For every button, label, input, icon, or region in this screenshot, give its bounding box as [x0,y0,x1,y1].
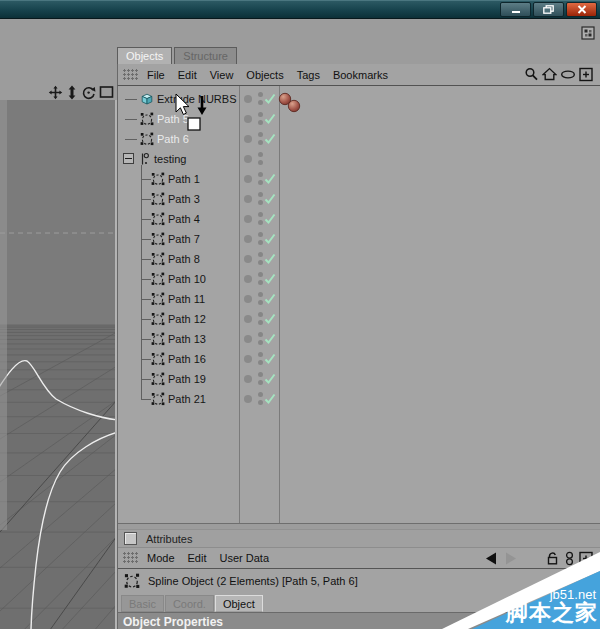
tree-row-testing[interactable]: testing [118,149,600,169]
tree-row-path-16[interactable]: Path 16 [118,349,600,369]
restore-button[interactable] [533,2,564,17]
activation-dot[interactable] [244,175,252,183]
viewport-canvas[interactable] [0,100,117,629]
tab-objects[interactable]: Objects [117,47,172,64]
object-name[interactable]: Path 19 [168,373,206,385]
object-name[interactable]: Path 7 [168,233,200,245]
object-name[interactable]: Path 5 [157,113,189,125]
activation-dot[interactable] [244,135,252,143]
enabled-checkmark-icon[interactable] [264,93,276,105]
activation-dot[interactable] [244,275,252,283]
object-name[interactable]: Path 4 [168,213,200,225]
editor-visibility-dot[interactable] [258,132,263,137]
enabled-checkmark-icon[interactable] [264,353,276,365]
activation-dot[interactable] [244,235,252,243]
grip-handle-icon[interactable] [123,69,139,81]
search-icon[interactable] [524,67,539,82]
tree-row-path-6[interactable]: Path 6 [118,129,600,149]
menu-item-edit[interactable]: Edit [188,552,207,564]
menu-item-mode[interactable]: Mode [147,552,175,564]
enabled-checkmark-icon[interactable] [264,213,276,225]
render-visibility-dot[interactable] [258,360,263,365]
activation-dot[interactable] [244,335,252,343]
object-name[interactable]: Path 21 [168,393,206,405]
enabled-checkmark-icon[interactable] [264,253,276,265]
object-name[interactable]: Path 16 [168,353,206,365]
activation-dot[interactable] [244,375,252,383]
menu-item-objects[interactable]: Objects [246,69,283,81]
close-button[interactable] [566,2,597,17]
render-visibility-dot[interactable] [258,400,263,405]
tree-row-path-11[interactable]: Path 11 [118,289,600,309]
viewport-panel[interactable] [0,83,117,629]
enabled-checkmark-icon[interactable] [264,393,276,405]
tree-row-path-12[interactable]: Path 12 [118,309,600,329]
render-visibility-dot[interactable] [258,160,263,165]
menu-item-edit[interactable]: Edit [178,69,197,81]
tree-row-path-1[interactable]: Path 1 [118,169,600,189]
enabled-checkmark-icon[interactable] [264,133,276,145]
editor-visibility-dot[interactable] [258,312,263,317]
eye-icon[interactable] [560,67,576,82]
render-visibility-dot[interactable] [258,220,263,225]
enabled-checkmark-icon[interactable] [264,373,276,385]
home-icon[interactable] [542,67,557,82]
editor-visibility-dot[interactable] [258,392,263,397]
activation-dot[interactable] [244,315,252,323]
object-name[interactable]: Path 1 [168,173,200,185]
object-name[interactable]: Path 3 [168,193,200,205]
menu-item-user-data[interactable]: User Data [220,552,270,564]
tree-row-path-21[interactable]: Path 21 [118,389,600,409]
snapshot-icon[interactable] [564,551,575,566]
grip-handle-icon[interactable] [123,552,139,564]
object-name[interactable]: Path 11 [168,293,205,305]
tree-row-extrude-nurbs[interactable]: Extrude NURBS [118,89,600,109]
menu-item-tags[interactable]: Tags [297,69,320,81]
object-name[interactable]: Path 12 [168,313,206,325]
render-visibility-dot[interactable] [258,260,263,265]
render-visibility-dot[interactable] [258,120,263,125]
object-name[interactable]: Path 13 [168,333,206,345]
render-visibility-dot[interactable] [258,340,263,345]
object-tree[interactable]: Extrude NURBSPath 5Path 6testingPath 1Pa… [117,86,600,524]
panel-divider[interactable] [118,523,600,530]
collapse-expander-icon[interactable] [123,153,134,164]
render-visibility-dot[interactable] [258,300,263,305]
rotate-icon[interactable] [81,85,96,100]
tree-row-path-7[interactable]: Path 7 [118,229,600,249]
editor-visibility-dot[interactable] [258,172,263,177]
new-panel-icon[interactable] [579,551,593,566]
enabled-checkmark-icon[interactable] [264,113,276,125]
attributes-pin-checkbox[interactable] [124,532,137,545]
render-visibility-dot[interactable] [258,320,263,325]
activation-dot[interactable] [244,255,252,263]
forward-icon[interactable] [503,551,519,566]
tab-basic[interactable]: Basic [121,595,164,612]
new-panel-icon[interactable] [579,67,593,82]
activation-dot[interactable] [244,355,252,363]
editor-visibility-dot[interactable] [258,192,263,197]
enabled-checkmark-icon[interactable] [264,293,276,305]
scale-icon[interactable] [66,85,78,100]
move-icon[interactable] [48,85,63,100]
enabled-checkmark-icon[interactable] [264,273,276,285]
menu-item-file[interactable]: File [147,69,165,81]
object-name[interactable]: Path 6 [157,133,189,145]
tree-row-path-8[interactable]: Path 8 [118,249,600,269]
editor-visibility-dot[interactable] [258,332,263,337]
render-visibility-dot[interactable] [258,200,263,205]
tab-object[interactable]: Object [215,595,263,612]
object-name[interactable]: Path 10 [168,273,206,285]
back-icon[interactable] [483,551,499,566]
enabled-checkmark-icon[interactable] [264,313,276,325]
tree-row-path-3[interactable]: Path 3 [118,189,600,209]
activation-dot[interactable] [244,395,252,403]
object-name[interactable]: Path 8 [168,253,200,265]
render-visibility-dot[interactable] [258,240,263,245]
object-name[interactable]: testing [154,153,186,165]
activation-dot[interactable] [244,195,252,203]
tree-row-path-19[interactable]: Path 19 [118,369,600,389]
editor-visibility-dot[interactable] [258,152,263,157]
enabled-checkmark-icon[interactable] [264,333,276,345]
object-name[interactable]: Extrude NURBS [157,93,236,105]
